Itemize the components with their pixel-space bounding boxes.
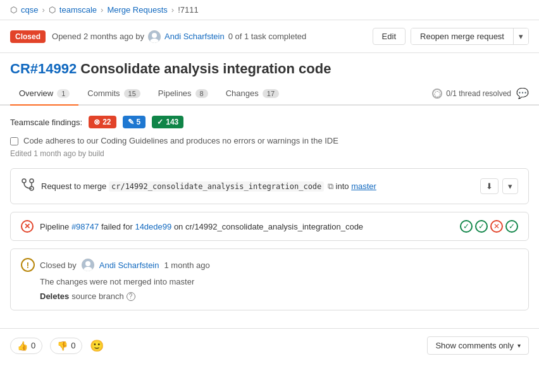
breadcrumb-merge-requests[interactable]: Merge Requests (107, 5, 167, 15)
footer-right: Show comments only ▾ (427, 336, 529, 355)
tab-overview[interactable]: Overview 1 (10, 82, 78, 106)
badge-red-count: 22 (102, 118, 111, 126)
thread-icon: ◌ (432, 89, 442, 99)
checklist-checkbox[interactable] (10, 137, 18, 145)
sep1: › (42, 5, 44, 15)
sep2: › (101, 5, 103, 15)
merge-into: into (336, 181, 349, 191)
pipeline-checks: ✓ ✓ ✕ ✓ (460, 220, 518, 233)
thumbsdown-icon: 👎 (57, 341, 68, 351)
checklist-item: Code adheres to our Coding Guidelines an… (10, 136, 529, 145)
breadcrumb-teamscale[interactable]: teamscale (59, 5, 97, 15)
download-button[interactable]: ⬇ (480, 178, 499, 194)
badge-blue-count: 5 (137, 118, 141, 126)
add-reaction-button[interactable]: 🙂 (90, 339, 104, 353)
breadcrumb-cqse[interactable]: cqse (21, 5, 38, 15)
tab-commits[interactable]: Commits 15 (78, 82, 149, 106)
teamscale-icon: ⬡ (49, 5, 56, 15)
copy-icon[interactable]: ⧉ (328, 181, 333, 191)
sep3: › (171, 5, 174, 15)
edit-button[interactable]: Edit (373, 28, 406, 45)
tab-commits-count: 15 (124, 89, 140, 98)
status-badge: Closed (10, 30, 46, 43)
badge-green-icon: ✓ (157, 118, 163, 126)
badge-green: ✓ 143 (152, 116, 183, 128)
tab-commits-label: Commits (87, 89, 120, 98)
avatar (148, 30, 161, 43)
show-comments-button[interactable]: Show comments only ▾ (427, 336, 529, 355)
svg-point-7 (85, 261, 90, 266)
opened-text: Opened 2 months ago by (52, 32, 144, 41)
footer-bar: 👍 0 👎 0 🙂 Show comments only ▾ (0, 328, 539, 362)
merge-target[interactable]: master (351, 181, 376, 191)
show-comments-label: Show comments only (435, 341, 514, 350)
thread-resolved-text: 0/1 thread resolved (446, 89, 511, 98)
reopen-caret-button[interactable]: ▾ (514, 28, 528, 44)
tab-pipelines-count: 8 (195, 89, 208, 98)
tab-changes[interactable]: Changes 17 (217, 82, 288, 106)
task-count: 0 of 1 task completed (228, 32, 307, 41)
closed-card-inner: ! Closed by Andi Scharfstein 1 month ago… (11, 249, 528, 310)
check-2: ✓ (475, 220, 488, 233)
svg-point-5 (30, 179, 34, 183)
reopen-button-group: Reopen merge request ▾ (411, 28, 529, 45)
git-merge-icon (21, 178, 35, 195)
breadcrumb: ⬡ cqse › ⬡ teamscale › Merge Requests › … (0, 0, 539, 20)
svg-point-1 (152, 33, 157, 38)
tab-overview-count: 1 (57, 89, 70, 98)
show-comments-caret: ▾ (517, 342, 521, 349)
tab-pipelines-label: Pipelines (158, 89, 192, 98)
merge-header: Closed Opened 2 months ago by Andi Schar… (0, 20, 539, 53)
help-icon[interactable]: ? (127, 292, 135, 301)
thumbsdown-count: 0 (71, 341, 75, 350)
thread-resolved: ◌ 0/1 thread resolved (432, 89, 511, 99)
thumbsup-count: 0 (31, 341, 35, 350)
merge-dropdown-button[interactable]: ▾ (502, 178, 518, 194)
cqse-icon: ⬡ (10, 5, 17, 15)
author-name: Andi Scharfstein (164, 32, 225, 41)
check-4: ✓ (505, 220, 518, 233)
warning-icon: ! (21, 258, 35, 272)
check-1: ✓ (460, 220, 473, 233)
merge-request-card-inner: Request to merge cr/14992_consolidate_an… (11, 169, 528, 204)
pipeline-prefix: Pipeline (40, 222, 69, 231)
closed-time: 1 month ago (164, 260, 209, 270)
checklist-text: Code adheres to our Coding Guidelines an… (23, 136, 338, 145)
main-content: Teamscale findings: ⊗ 22 ✎ 5 ✓ 143 Code … (0, 106, 539, 328)
badge-red: ⊗ 22 (89, 116, 116, 128)
tab-bar: Overview 1 Commits 15 Pipelines 8 Change… (0, 82, 539, 106)
svg-point-3 (22, 179, 26, 183)
reopen-button[interactable]: Reopen merge request (411, 28, 514, 44)
breadcrumb-issue: !7111 (178, 5, 199, 15)
check-3: ✕ (490, 220, 503, 233)
merge-branch: cr/14992_consolidate_analysis_integratio… (109, 181, 324, 192)
tab-pipelines[interactable]: Pipelines 8 (149, 82, 217, 106)
closed-message: The changes were not merged into master (21, 277, 518, 286)
merge-text: Request to merge cr/14992_consolidate_an… (41, 181, 474, 192)
closed-author-avatar (82, 259, 94, 271)
badge-blue: ✎ 5 (123, 116, 146, 128)
header-actions: Edit Reopen merge request ▾ (373, 28, 529, 45)
pipeline-commit[interactable]: 14dede99 (135, 222, 171, 231)
deletes-label: Deletes (40, 291, 69, 301)
badge-blue-icon: ✎ (128, 118, 134, 126)
merge-request-card: Request to merge cr/14992_consolidate_an… (10, 168, 529, 204)
comment-icon[interactable]: 💬 (516, 87, 529, 99)
merge-meta: Opened 2 months ago by Andi Scharfstein … (52, 30, 306, 43)
pipeline-suffix: on cr/14992_consolidate_analysis_integra… (174, 222, 363, 231)
tab-changes-count: 17 (263, 89, 279, 98)
page-title: CR#14992 Consolidate analysis integratio… (0, 53, 539, 82)
issue-number[interactable]: CR#14992 (10, 61, 77, 77)
badge-red-icon: ⊗ (94, 118, 100, 126)
closed-header: ! Closed by Andi Scharfstein 1 month ago (21, 258, 518, 272)
tab-changes-label: Changes (226, 89, 259, 98)
pipeline-card-inner: ✕ Pipeline #98747 failed for 14dede99 on… (11, 212, 528, 240)
thumbsdown-button[interactable]: 👎 0 (50, 338, 82, 354)
pipeline-status-icon: ✕ (21, 220, 34, 233)
closed-author-name: Andi Scharfstein (99, 260, 159, 270)
pipeline-id[interactable]: #98747 (71, 222, 99, 231)
pipeline-text: Pipeline #98747 failed for 14dede99 on c… (40, 222, 454, 231)
thumbsup-icon: 👍 (17, 341, 28, 351)
closed-card: ! Closed by Andi Scharfstein 1 month ago… (10, 248, 529, 310)
thumbsup-button[interactable]: 👍 0 (10, 338, 42, 354)
